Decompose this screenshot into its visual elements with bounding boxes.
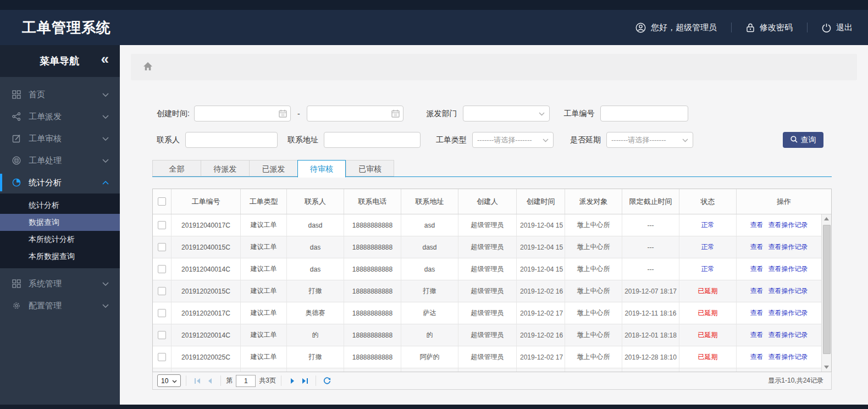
address-input[interactable]	[324, 132, 421, 148]
created-start-input[interactable]	[194, 106, 291, 121]
view-log-link[interactable]: 查看操作记录	[769, 330, 808, 340]
tab-dispatched[interactable]: 已派发	[249, 160, 297, 176]
cell-dispatch-to: 墩上中心所	[565, 280, 622, 302]
view-link[interactable]: 查看	[750, 264, 764, 274]
page-size-select[interactable]: 10	[157, 374, 181, 387]
sidebar-item-process[interactable]: 工单处理	[0, 150, 120, 172]
sidebar-item-label: 配置管理	[29, 301, 62, 311]
bottom-strip	[0, 405, 868, 409]
pagination-bar: 10 第 共3页 显示1-10,共24记录	[152, 372, 832, 390]
dispatch-dept-select[interactable]	[463, 106, 550, 121]
sidebar-item-system[interactable]: 系统管理	[0, 273, 120, 295]
refresh-icon[interactable]	[321, 375, 333, 387]
view-link[interactable]: 查看	[750, 220, 764, 230]
user-greeting[interactable]: 您好，超级管理员	[635, 23, 717, 33]
top-strip	[0, 0, 868, 10]
tab-to-review[interactable]: 待审核	[297, 160, 346, 178]
row-checkbox[interactable]	[158, 243, 166, 251]
status-text: 已延期	[698, 330, 718, 340]
sidebar-item-config[interactable]: 配置管理	[0, 295, 120, 317]
first-page-button[interactable]	[191, 375, 203, 387]
sidebar-item-statistics[interactable]: 统计分析	[0, 172, 120, 194]
row-checkbox[interactable]	[158, 353, 166, 361]
tab-all[interactable]: 全部	[152, 160, 201, 176]
scrollbar-thumb[interactable]	[823, 225, 831, 354]
sidebar-item-dispatch[interactable]: 工单派发	[0, 106, 120, 128]
chevron-down-icon	[172, 377, 177, 385]
cell-deadline: ---	[622, 214, 679, 236]
page-number-input[interactable]	[236, 375, 256, 387]
prev-page-button[interactable]	[203, 375, 215, 387]
table-row: 201912020025C 建议工单 打撒 18888888888 阿萨的 超级…	[153, 346, 821, 368]
table-row-partial	[153, 368, 821, 372]
edit-icon	[11, 134, 22, 143]
order-no-input[interactable]	[600, 106, 688, 121]
sidebar-item-review[interactable]: 工单审核	[0, 128, 120, 150]
record-summary: 显示1-10,共24记录	[768, 376, 827, 385]
database-circle-icon	[11, 156, 22, 165]
view-link[interactable]: 查看	[750, 330, 764, 340]
chevron-down-icon	[102, 115, 109, 119]
order-type-select[interactable]: -------请选择-------	[472, 132, 554, 148]
change-password-link[interactable]: 修改密码	[746, 23, 793, 33]
pager-divider	[281, 375, 281, 386]
view-log-link[interactable]: 查看操作记录	[769, 220, 808, 230]
delayed-select[interactable]: -------请选择-------	[606, 132, 693, 148]
row-checkbox[interactable]	[158, 331, 166, 339]
row-checkbox[interactable]	[158, 221, 166, 229]
status-text: 正常	[701, 220, 715, 230]
vertical-scrollbar[interactable]	[821, 214, 831, 372]
header-right: 您好，超级管理员 修改密码 退出	[635, 23, 853, 33]
cell-created: 2019-12-02 16	[517, 280, 565, 302]
logout-link[interactable]: 退出	[822, 23, 853, 33]
tab-reviewed[interactable]: 已审核	[346, 160, 394, 176]
range-separator: -	[297, 109, 300, 118]
row-checkbox[interactable]	[158, 309, 166, 317]
sidebar-collapse-button[interactable]: «	[101, 51, 108, 68]
submenu-item-branch-data-query[interactable]: 本所数据查询	[0, 248, 120, 265]
view-log-link[interactable]: 查看操作记录	[769, 286, 808, 296]
last-page-button[interactable]	[298, 375, 311, 387]
view-log-link[interactable]: 查看操作记录	[769, 352, 808, 362]
cell-deadline: ---	[622, 258, 679, 280]
view-link[interactable]: 查看	[750, 286, 764, 296]
cell-phone: 18888888888	[344, 346, 401, 368]
row-checkbox[interactable]	[158, 265, 166, 273]
tab-to-dispatch[interactable]: 待派发	[201, 160, 249, 176]
created-end-input[interactable]	[307, 106, 403, 121]
view-log-link[interactable]: 查看操作记录	[769, 308, 808, 318]
cell-address	[401, 368, 458, 372]
cell-order-type: 建议工单	[241, 346, 287, 368]
view-link[interactable]: 查看	[750, 352, 764, 362]
contact-input[interactable]	[185, 132, 278, 148]
cell-contact	[287, 368, 344, 372]
submenu-item-branch-statistics[interactable]: 本所统计分析	[0, 231, 120, 248]
scroll-down-icon[interactable]	[822, 363, 831, 372]
home-icon[interactable]	[143, 62, 153, 73]
cell-order-type	[241, 368, 287, 372]
submenu-item-data-query[interactable]: 数据查询	[0, 214, 120, 231]
col-contact: 联系人	[287, 189, 344, 214]
grid-icon	[11, 279, 22, 288]
col-creator: 创建人	[458, 189, 517, 214]
row-checkbox[interactable]	[158, 287, 166, 295]
select-all-checkbox[interactable]	[158, 197, 166, 206]
cell-phone: 18888888888	[344, 324, 401, 346]
next-page-button[interactable]	[286, 375, 298, 387]
order-no-label: 工单编号	[564, 109, 595, 119]
submenu-item-statistics[interactable]: 统计分析	[0, 197, 120, 214]
view-link[interactable]: 查看	[750, 242, 764, 252]
scroll-up-icon[interactable]	[822, 214, 831, 223]
contact-label: 联系人	[152, 135, 180, 145]
view-log-link[interactable]: 查看操作记录	[769, 242, 808, 252]
grid-icon	[11, 90, 22, 99]
cell-dispatch-to: 墩上中心所	[565, 258, 622, 280]
cell-order-type: 建议工单	[241, 324, 287, 346]
search-button[interactable]: 查询	[783, 132, 823, 148]
view-link[interactable]: 查看	[750, 308, 764, 318]
view-log-link[interactable]: 查看操作记录	[769, 264, 808, 274]
col-address: 联系地址	[401, 189, 458, 214]
app-window: 工单管理系统 您好，超级管理员 修改密码 退出	[0, 0, 868, 409]
cell-address: 的	[401, 324, 458, 346]
sidebar-item-home[interactable]: 首页	[0, 84, 120, 106]
